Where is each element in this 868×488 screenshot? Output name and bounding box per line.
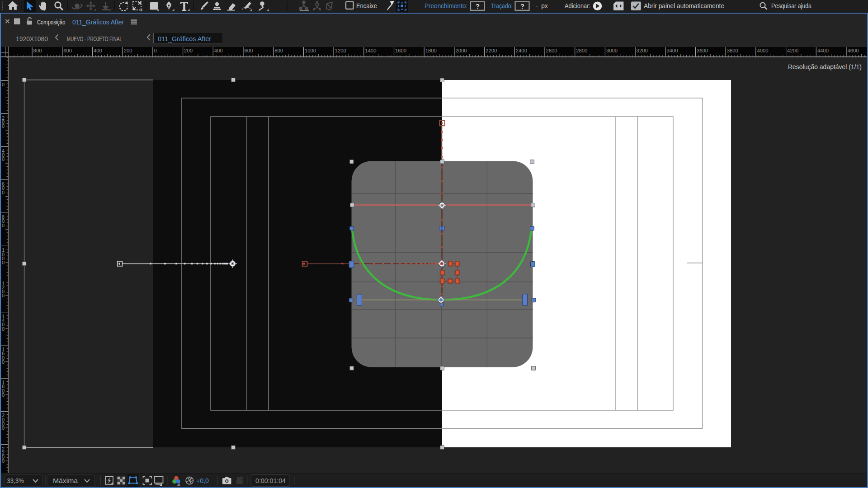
svg-text:Composição: Composição	[37, 18, 66, 25]
svg-text:011_Gráficos After: 011_Gráficos After	[72, 18, 124, 25]
svg-text:Abrir painel automaticamente: Abrir painel automaticamente	[644, 2, 724, 9]
svg-text:33,3%: 33,3%	[7, 477, 24, 484]
svg-text:Traçado:: Traçado:	[491, 2, 513, 9]
svg-text:Adicionar:: Adicionar:	[565, 2, 590, 9]
svg-text:Preenchimento:: Preenchimento:	[425, 2, 467, 9]
svg-text:0:00:01:04: 0:00:01:04	[255, 477, 286, 484]
svg-text:1920X1080: 1920X1080	[16, 35, 48, 42]
svg-text:Máxima: Máxima	[53, 477, 78, 484]
svg-text:?: ?	[476, 3, 480, 10]
svg-text:MUEVO - PROJETO FINAL: MUEVO - PROJETO FINAL	[67, 35, 122, 42]
svg-text:Pesquisar ajuda: Pesquisar ajuda	[771, 2, 811, 9]
svg-text:Encaixe: Encaixe	[356, 3, 377, 9]
svg-text:Resolução adaptável (1/1): Resolução adaptável (1/1)	[788, 63, 862, 70]
svg-text:- px: - px	[536, 3, 548, 9]
svg-text:011_Gráficos After: 011_Gráficos After	[158, 35, 211, 42]
svg-text:+0,0: +0,0	[196, 477, 209, 484]
svg-text:?: ?	[520, 3, 524, 10]
